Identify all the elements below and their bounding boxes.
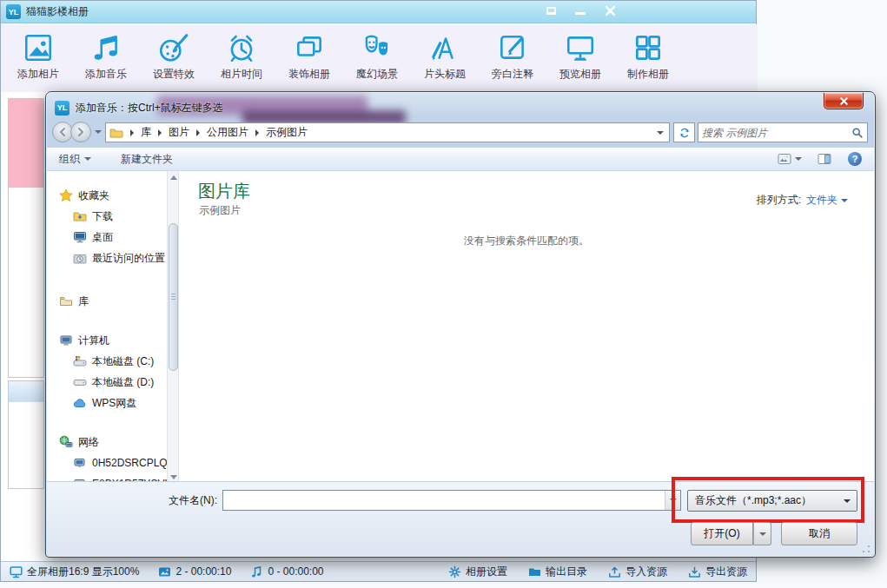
nav-item-libraries[interactable]: 库 bbox=[47, 291, 178, 312]
restore-icon bbox=[546, 7, 556, 15]
arrange-value: 文件夹 bbox=[806, 193, 837, 208]
breadcrumb-separator-icon bbox=[130, 129, 134, 136]
file-list-area: 图片库 示例图片 排列方式: 文件夹 没有与搜索条件匹配的项。 bbox=[179, 171, 874, 483]
gear-icon bbox=[448, 565, 461, 578]
preview-pane-button[interactable] bbox=[817, 153, 832, 165]
output-dir-button[interactable]: 输出目录 bbox=[528, 565, 587, 579]
new-folder-button[interactable]: 新建文件夹 bbox=[121, 152, 173, 167]
minimize-button[interactable] bbox=[569, 3, 592, 18]
add-photo-icon bbox=[22, 31, 55, 64]
breadcrumb-item-public-pictures[interactable]: 公用图片 bbox=[207, 125, 248, 140]
photo-thumbnail[interactable] bbox=[9, 99, 43, 188]
app-logo: YL bbox=[6, 4, 21, 19]
toolbar-label: 旁白注释 bbox=[492, 67, 533, 82]
filetype-select[interactable]: 音乐文件（*.mp3;*.aac） bbox=[687, 490, 857, 512]
refresh-button[interactable] bbox=[673, 122, 695, 142]
scroll-up-icon[interactable] bbox=[169, 172, 178, 182]
breadcrumb-item-libraries[interactable]: 库 bbox=[141, 125, 151, 140]
grid-squares-icon bbox=[632, 31, 665, 64]
toolbar-label: 魔幻场景 bbox=[356, 67, 398, 82]
restore-button[interactable] bbox=[539, 3, 562, 18]
toolbar-preview[interactable]: 预览相册 bbox=[546, 31, 614, 92]
toolbar-label: 制作相册 bbox=[627, 67, 669, 82]
search-icon[interactable] bbox=[851, 127, 864, 139]
import-resource-button[interactable]: 导入资源 bbox=[608, 565, 667, 579]
statusbar-right: 相册设置 输出目录 导入资源 导出资源 bbox=[427, 565, 747, 579]
status-photo-info[interactable]: 2 - 00:00:10 bbox=[158, 565, 231, 578]
navigation-pane: 收藏夹 下载 桌面 最近访问的位置 bbox=[47, 171, 179, 483]
download-icon bbox=[688, 565, 701, 578]
status-label: 导入资源 bbox=[626, 565, 667, 579]
filename-dropdown-button[interactable] bbox=[665, 491, 680, 510]
nav-item-label: 计算机 bbox=[78, 334, 109, 348]
nav-item-network-pc-1[interactable]: 0H52DSRCPLQD bbox=[47, 453, 178, 473]
recent-pages-caret[interactable] bbox=[95, 130, 102, 134]
filetype-value: 音乐文件（*.mp3;*.aac） bbox=[695, 493, 811, 508]
toolbar-title[interactable]: 片头标题 bbox=[411, 31, 479, 92]
cancel-button[interactable]: 取消 bbox=[781, 522, 857, 545]
nav-item-network[interactable]: 网络 bbox=[47, 432, 178, 453]
photo-list-panel bbox=[8, 98, 44, 378]
arrange-value-dropdown[interactable]: 文件夹 bbox=[806, 193, 848, 208]
music-note-icon bbox=[250, 565, 263, 578]
nav-item-desktop[interactable]: 桌面 bbox=[47, 227, 178, 248]
toolbar-photo-time[interactable]: 相片时间 bbox=[208, 31, 275, 92]
preview-pane-icon bbox=[817, 153, 832, 165]
nav-item-computer[interactable]: 计算机 bbox=[47, 330, 178, 351]
close-button[interactable] bbox=[599, 3, 621, 18]
network-icon bbox=[59, 435, 73, 449]
breadcrumb-item-sample-pictures[interactable]: 示例图片 bbox=[266, 125, 308, 140]
album-settings-button[interactable]: 相册设置 bbox=[448, 565, 507, 579]
toolbar-narration[interactable]: 旁白注释 bbox=[479, 31, 546, 92]
status-display-info[interactable]: 全屏相册16:9 显示100% bbox=[10, 565, 139, 579]
nav-item-downloads[interactable]: 下载 bbox=[47, 206, 178, 227]
nav-item-favorites[interactable]: 收藏夹 bbox=[47, 185, 178, 206]
screen-icon bbox=[10, 565, 23, 578]
nav-scrollbar[interactable] bbox=[167, 171, 178, 483]
effects-palette-icon bbox=[157, 31, 190, 64]
filename-combo bbox=[222, 490, 681, 511]
nav-item-label: 网络 bbox=[78, 435, 99, 450]
export-resource-button[interactable]: 导出资源 bbox=[688, 565, 747, 579]
resize-grip[interactable] bbox=[862, 545, 870, 553]
address-dropdown-caret[interactable] bbox=[657, 131, 664, 135]
toolbar-decorate[interactable]: 装饰相册 bbox=[275, 31, 343, 92]
annotate-pencil-icon bbox=[496, 31, 529, 64]
title-pencil-icon bbox=[428, 31, 461, 64]
nav-item-disk-d[interactable]: 本地磁盘 (D:) bbox=[47, 372, 178, 393]
open-dropdown-button[interactable] bbox=[753, 522, 771, 545]
dialog-close-button[interactable] bbox=[824, 93, 864, 109]
toolbar-make-album[interactable]: 制作相册 bbox=[614, 31, 682, 92]
organize-menu-button[interactable]: 组织 bbox=[59, 152, 91, 167]
window-controls bbox=[539, 3, 621, 18]
app-toolbar: 添加相片 添加音乐 设置特效 相片时间 装饰相册 魔幻场景 bbox=[1, 24, 758, 92]
search-input[interactable] bbox=[702, 127, 851, 139]
toolbar-add-music[interactable]: 添加音乐 bbox=[72, 31, 140, 92]
toolbar-add-photo[interactable]: 添加相片 bbox=[4, 31, 72, 92]
arrange-by: 排列方式: 文件夹 bbox=[757, 193, 848, 208]
scrollbar-thumb[interactable] bbox=[169, 223, 178, 371]
folder-icon bbox=[528, 565, 541, 578]
breadcrumb-item-pictures[interactable]: 图片 bbox=[169, 125, 189, 140]
open-button[interactable]: 打开(O) bbox=[691, 522, 753, 545]
views-icon bbox=[778, 153, 792, 165]
filename-input[interactable] bbox=[223, 491, 665, 510]
toolbar-effects[interactable]: 设置特效 bbox=[140, 31, 208, 92]
nav-item-label: 本地磁盘 (C:) bbox=[92, 354, 154, 369]
stacked-photos-icon bbox=[293, 31, 326, 64]
toolbar-magic-scene[interactable]: 魔幻场景 bbox=[343, 31, 411, 92]
nav-item-disk-c[interactable]: 本地磁盘 (C:) bbox=[47, 351, 178, 372]
status-music-info[interactable]: 0 - 00:00:00 bbox=[250, 565, 323, 578]
music-list-panel bbox=[8, 380, 44, 489]
views-button[interactable] bbox=[778, 153, 802, 165]
nav-item-recent-places[interactable]: 最近访问的位置 bbox=[47, 248, 178, 268]
cancel-label: 取消 bbox=[809, 526, 830, 541]
chevron-down-icon bbox=[795, 157, 802, 161]
breadcrumb[interactable]: 库 图片 公用图片 示例图片 bbox=[105, 122, 670, 142]
toolbar-label: 设置特效 bbox=[153, 67, 195, 82]
nav-item-wps-cloud[interactable]: WPS网盘 bbox=[47, 393, 178, 413]
help-button[interactable]: ? bbox=[848, 152, 862, 166]
toolbar-label: 相片时间 bbox=[221, 67, 262, 82]
forward-button[interactable] bbox=[70, 122, 91, 142]
nav-item-label: 最近访问的位置 bbox=[92, 251, 165, 266]
